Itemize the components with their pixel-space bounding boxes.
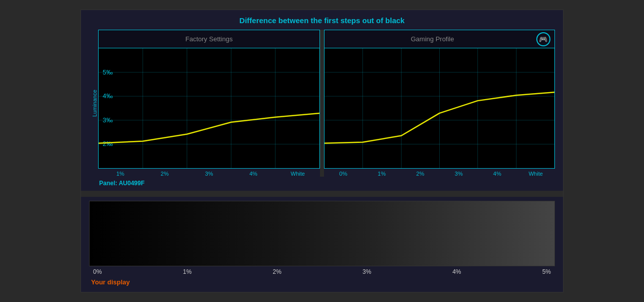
right-chart-header: Gaming Profile 🎮 [324, 30, 555, 48]
y-axis-label-left: Luminance [89, 30, 98, 177]
display-x-labels: 0% 1% 2% 3% 4% 5% [89, 266, 555, 275]
display-label-1: 1% [183, 268, 192, 275]
svg-text:3‰: 3‰ [103, 116, 113, 124]
panel-info: Panel: AU0499F [89, 180, 555, 187]
bottom-section: 0% 1% 2% 3% 4% 5% Your display [81, 197, 563, 292]
x-label-r1pct: 1% [363, 171, 401, 177]
left-chart-area: Factory Settings [98, 30, 320, 177]
chart-section: Difference between the first steps out o… [81, 10, 563, 191]
right-x-axis: 0% 1% 2% 3% 4% White [324, 169, 555, 177]
svg-text:2‰: 2‰ [103, 140, 113, 147]
right-chart-grid [324, 48, 555, 169]
x-label-r2pct: 2% [401, 171, 440, 177]
display-label-3: 3% [363, 268, 371, 275]
display-label-4: 4% [452, 268, 461, 275]
x-label-0pct: 0% [324, 171, 363, 177]
gaming-profile-icon: 🎮 [536, 32, 550, 46]
svg-text:4‰: 4‰ [103, 92, 113, 100]
display-label-2: 2% [273, 268, 281, 275]
charts-divider [320, 30, 324, 177]
left-chart-wrapper: Luminance Factory Settings [89, 30, 320, 177]
x-label-1pct: 1% [98, 171, 142, 177]
svg-text:5‰: 5‰ [103, 68, 113, 76]
left-chart-grid: 5‰ 4‰ 3‰ 2‰ [98, 48, 320, 169]
charts-row: Luminance Factory Settings [89, 30, 555, 177]
x-label-white-left: White [276, 171, 320, 177]
display-label-5: 5% [542, 268, 551, 275]
left-chart-header: Factory Settings [98, 30, 320, 48]
right-chart-area: Gaming Profile 🎮 [324, 30, 555, 177]
chart-title: Difference between the first steps out o… [89, 16, 555, 25]
x-label-3pct: 3% [187, 171, 231, 177]
x-label-white-right: White [517, 171, 555, 177]
right-chart-wrapper: Gaming Profile 🎮 [324, 30, 555, 177]
left-chart-label: Factory Settings [186, 35, 233, 43]
main-container: Difference between the first steps out o… [80, 10, 564, 292]
right-chart-svg [325, 48, 554, 168]
x-label-4pct: 4% [231, 171, 276, 177]
x-label-2pct: 2% [142, 171, 187, 177]
x-label-r3pct: 3% [440, 171, 478, 177]
display-label-0: 0% [93, 268, 102, 275]
right-chart-label: Gaming Profile [411, 35, 454, 43]
left-x-axis: 1% 2% 3% 4% White [98, 169, 320, 177]
your-display-label: Your display [89, 278, 555, 286]
x-label-r4pct: 4% [478, 171, 517, 177]
display-gradient [90, 201, 554, 266]
display-chart-container [89, 201, 555, 266]
left-chart-svg: 5‰ 4‰ 3‰ 2‰ [99, 48, 319, 168]
section-separator [81, 191, 563, 197]
